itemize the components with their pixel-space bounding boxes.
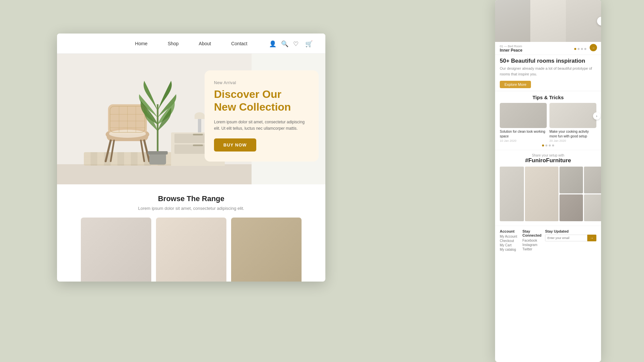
- funiro-img-6: [584, 194, 601, 221]
- room-image-1: [495, 0, 530, 42]
- hero-card: New Arrival Discover Our New Collection …: [205, 70, 319, 162]
- room-label: 01 — Bed Room: [500, 45, 596, 48]
- nav-contact[interactable]: Contact: [231, 41, 247, 46]
- lamp-shade: [195, 112, 205, 119]
- tips-title: Tips & Tricks: [500, 95, 596, 100]
- tips-dot-4: [552, 144, 554, 146]
- tip-image-2: [549, 103, 596, 128]
- user-icon[interactable]: 👤: [269, 40, 276, 47]
- svg-rect-15: [149, 153, 166, 165]
- heart-icon[interactable]: ♡: [293, 40, 300, 47]
- tip-image-1: [500, 103, 547, 128]
- footer-account: Account My Account Checkout My Cart My c…: [500, 229, 519, 252]
- tips-section: Tips & Tricks Solution for clean look wo…: [495, 91, 601, 150]
- email-input[interactable]: [545, 235, 587, 241]
- plant-svg: [138, 71, 178, 165]
- dresser-handle-1: [193, 134, 203, 135]
- tips-dots: [500, 144, 596, 146]
- tips-dot-2: [545, 144, 547, 146]
- dot-2: [578, 48, 580, 50]
- nav-links: Home Shop About Contact: [135, 41, 248, 46]
- tips-dot-1: [542, 144, 544, 146]
- cart-icon[interactable]: 🛒: [305, 40, 312, 47]
- email-subscribe-row: →: [545, 235, 596, 241]
- svg-line-4: [106, 140, 111, 161]
- room-image-3: [566, 0, 601, 42]
- tips-next-arrow[interactable]: ›: [593, 112, 600, 120]
- inspiration-info-bar: 01 — Bed Room Inner Peace →: [495, 42, 601, 55]
- browse-description: Lorem ipsum dolor sit amet, consectetur …: [70, 206, 312, 211]
- funiro-share-label: Share your setup with: [500, 154, 596, 157]
- tip-desc-2: Make your cooking activity more fun with…: [549, 129, 596, 138]
- footer-link-instagram[interactable]: Instagram: [523, 243, 542, 247]
- right-panel: › 01 — Bed Room Inner Peace → 50+ Beauti…: [495, 0, 601, 362]
- hero-title: Discover Our New Collection: [214, 88, 309, 114]
- tip-desc-1: Solution for clean look working space: [500, 129, 547, 138]
- main-website-window: Home Shop About Contact 👤 🔍 ♡ 🛒: [57, 34, 325, 282]
- footer-social: Stay Connected Facebook Instagram Twitte…: [523, 229, 542, 252]
- tip-card-2: Make your cooking activity more fun with…: [549, 103, 596, 142]
- room-arrow-button[interactable]: →: [590, 44, 597, 51]
- room-slider-dots: [574, 48, 586, 50]
- inspiration-description: Our designer already made a lot of beaut…: [500, 66, 596, 77]
- funiro-img-2: [500, 167, 524, 221]
- footer-link-checkout[interactable]: Checkout: [500, 239, 519, 243]
- explore-button[interactable]: Explore More: [500, 81, 531, 88]
- footer-social-title: Stay Connected: [523, 229, 542, 237]
- scene-floor: [57, 164, 252, 184]
- inspiration-images: ›: [495, 0, 601, 42]
- search-icon[interactable]: 🔍: [281, 40, 288, 47]
- footer-link-mycatalog[interactable]: My catalog: [500, 248, 519, 251]
- tip-date-2: 20 Jan 2020: [549, 139, 596, 142]
- browse-grid: [70, 218, 312, 282]
- hero-cta-button[interactable]: BUY NOW: [214, 138, 256, 152]
- funiro-hashtag: #FuniroFurniture: [500, 157, 596, 164]
- dot-4: [584, 48, 586, 50]
- footer-section: Account My Account Checkout My Cart My c…: [495, 226, 601, 255]
- hero-badge: New Arrival: [214, 80, 309, 85]
- footer-link-myaccount[interactable]: My Account: [500, 235, 519, 238]
- nav-about[interactable]: About: [199, 41, 211, 46]
- funiro-section: Share your setup with #FuniroFurniture: [495, 150, 601, 226]
- inspiration-title-section: 50+ Beautiful rooms inspiration Our desi…: [495, 55, 601, 91]
- browse-section: Browse The Range Lorem ipsum dolor sit a…: [57, 184, 325, 282]
- footer-account-title: Account: [500, 229, 519, 233]
- lamp-base: [198, 119, 201, 132]
- hero-description: Lorem ipsum dolor sit amet, consectetur …: [214, 119, 309, 132]
- footer-link-facebook[interactable]: Facebook: [523, 239, 542, 242]
- footer-link-mycart[interactable]: My Cart: [500, 243, 519, 247]
- funiro-img-3: [525, 167, 558, 221]
- funiro-img-4: [584, 167, 601, 193]
- hero-section: New Arrival Discover Our New Collection …: [57, 54, 325, 184]
- lamp: [195, 112, 205, 132]
- browse-card-3[interactable]: [231, 218, 302, 282]
- browse-card-2[interactable]: [156, 218, 226, 282]
- email-submit-button[interactable]: →: [587, 235, 596, 241]
- navigation: Home Shop About Contact 👤 🔍 ♡ 🛒: [57, 34, 325, 54]
- tip-date-1: 10 Jan 2020: [500, 139, 547, 142]
- tip-card-1: Solution for clean look working space 10…: [500, 103, 547, 142]
- plant-container: [138, 71, 178, 166]
- dot-1: [574, 48, 576, 50]
- footer-link-twitter[interactable]: Twitter: [523, 247, 542, 251]
- nav-icons: 👤 🔍 ♡ 🛒: [269, 40, 312, 47]
- browse-card-1[interactable]: [81, 218, 151, 282]
- browse-title: Browse The Range: [70, 194, 312, 203]
- funiro-gallery: [500, 167, 596, 222]
- funiro-img-5: [559, 194, 583, 221]
- dot-3: [581, 48, 583, 50]
- svg-line-6: [111, 140, 114, 161]
- nav-home[interactable]: Home: [135, 41, 148, 46]
- footer-newsletter-title: Stay Updated: [545, 229, 596, 233]
- tips-cards: Solution for clean look working space 10…: [500, 103, 596, 142]
- room-image-2: [530, 0, 566, 42]
- dresser-handle-2: [193, 144, 203, 146]
- nav-shop[interactable]: Shop: [168, 41, 179, 46]
- tips-dot-3: [549, 144, 551, 146]
- footer-newsletter: Stay Updated →: [545, 229, 596, 252]
- inspiration-main-title: 50+ Beautiful rooms inspiration: [500, 58, 596, 64]
- svg-rect-16: [148, 151, 168, 155]
- funiro-img-1: [559, 167, 583, 193]
